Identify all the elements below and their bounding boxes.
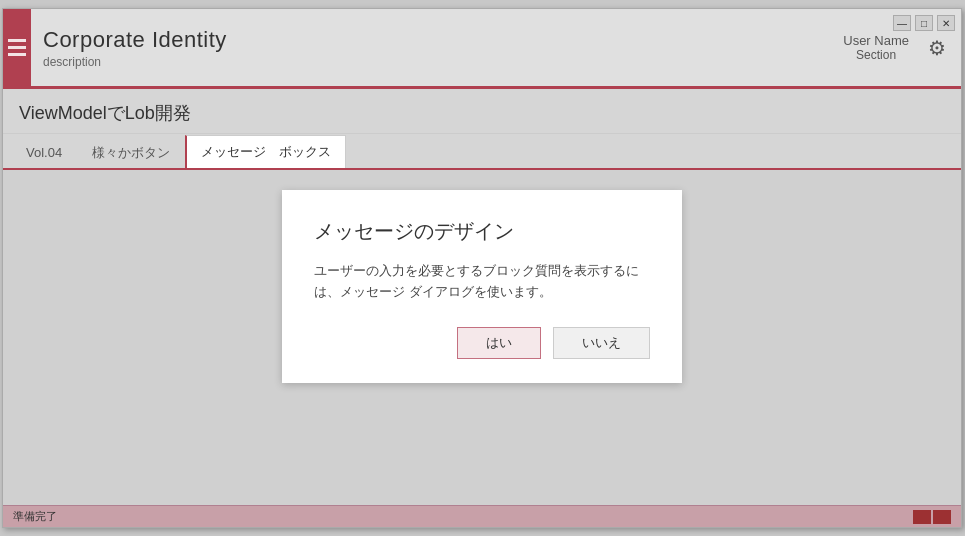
app-title: Corporate Identity [43, 27, 843, 53]
main-window: Corporate Identity description User Name… [2, 8, 962, 528]
accent-line-3 [8, 53, 26, 56]
dialog-box: メッセージのデザイン ユーザーの入力を必要とするブロック質問を表示するには、メッ… [282, 190, 682, 383]
tab-bar: Vol.04 様々かボタン メッセージ ボックス [3, 134, 961, 170]
no-button[interactable]: いいえ [553, 327, 650, 359]
tab-messages[interactable]: メッセージ ボックス [185, 135, 346, 168]
tab-vol04[interactable]: Vol.04 [11, 136, 77, 168]
accent-line-1 [8, 39, 26, 42]
minimize-button[interactable]: — [893, 15, 911, 31]
maximize-button[interactable]: □ [915, 15, 933, 31]
dialog-message: ユーザーの入力を必要とするブロック質問を表示するには、メッセージ ダイアログを使… [314, 261, 650, 303]
status-right [913, 510, 951, 524]
app-description: description [43, 55, 843, 69]
yes-button[interactable]: はい [457, 327, 541, 359]
accent-line-2 [8, 46, 26, 49]
title-bar: Corporate Identity description User Name… [3, 9, 961, 89]
status-indicator-1 [913, 510, 931, 524]
user-section-label: Section [856, 48, 896, 62]
accent-bar [3, 9, 31, 86]
status-indicator-2 [933, 510, 951, 524]
tab-buttons[interactable]: 様々かボタン [77, 136, 185, 168]
window-controls: — □ ✕ [893, 15, 955, 31]
status-bar: 準備完了 [3, 505, 961, 527]
settings-icon[interactable]: ⚙ [921, 32, 953, 64]
dialog-buttons: はい いいえ [314, 327, 650, 359]
close-button[interactable]: ✕ [937, 15, 955, 31]
user-name: User Name [843, 33, 909, 48]
main-content: メッセージのデザイン ユーザーの入力を必要とするブロック質問を表示するには、メッ… [3, 170, 961, 505]
status-text: 準備完了 [13, 509, 57, 524]
title-content: Corporate Identity description [31, 9, 843, 86]
page-title-bar: ViewModelでLob開発 [3, 89, 961, 134]
page-title: ViewModelでLob開発 [19, 103, 191, 123]
dialog-title: メッセージのデザイン [314, 218, 650, 245]
user-section: User Name Section [843, 33, 909, 62]
